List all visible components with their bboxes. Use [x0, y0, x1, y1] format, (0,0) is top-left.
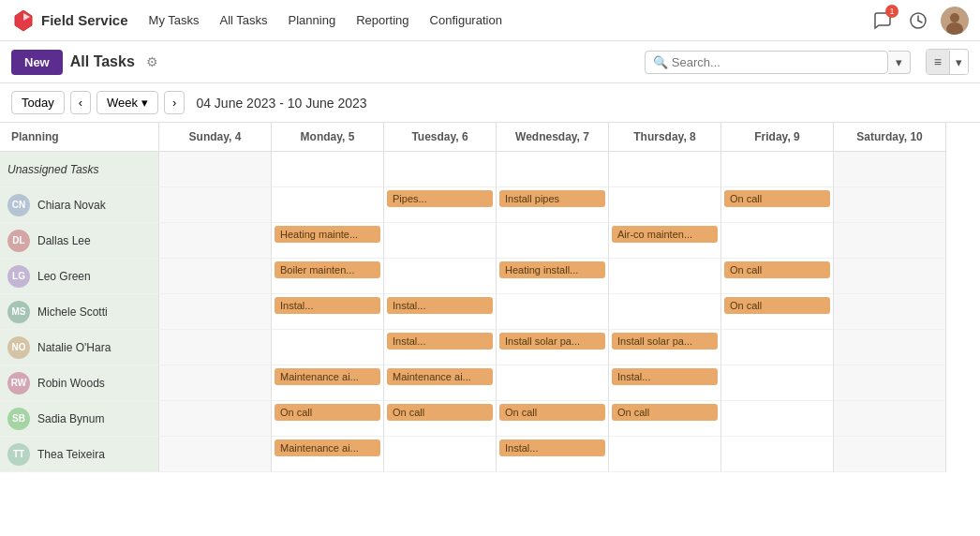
cell-sadia-day3: On call: [497, 401, 609, 437]
cell-dallas-day6: [834, 223, 946, 259]
row-label-natalie: NONatalie O'Hara: [0, 330, 159, 365]
cell-leo-day0: [159, 259, 272, 294]
task-chip[interactable]: Maintenance ai...: [387, 368, 493, 385]
task-chip[interactable]: Instal...: [499, 439, 605, 456]
today-button[interactable]: Today: [11, 91, 65, 114]
cell-unassigned-day2: [384, 152, 497, 187]
notifications-button[interactable]: 1: [869, 7, 896, 34]
cell-natalie-day4: Install solar pa...: [609, 330, 721, 365]
row-label-dallas: DLDallas Lee: [0, 223, 159, 259]
task-chip[interactable]: Maintenance ai...: [275, 368, 380, 385]
row-label-leo: LGLeo Green: [0, 259, 159, 294]
col-header-3: Tuesday, 6: [384, 123, 497, 152]
task-chip[interactable]: Instal...: [612, 368, 718, 385]
task-chip[interactable]: Air-co mainten...: [612, 226, 718, 243]
cell-dallas-day0: [159, 223, 272, 259]
task-chip[interactable]: Instal...: [387, 297, 493, 314]
task-chip[interactable]: Boiler mainten...: [275, 261, 380, 278]
cell-chiara-day6: [834, 187, 946, 223]
task-chip[interactable]: Install solar pa...: [499, 333, 605, 350]
task-chip[interactable]: On call: [612, 404, 718, 421]
calendar-grid-wrapper: PlanningSunday, 4Monday, 5Tuesday, 6Wedn…: [0, 123, 980, 472]
view-switcher: ≡ ▾: [926, 49, 969, 75]
week-dropdown-icon: ▾: [141, 96, 148, 110]
task-chip[interactable]: Heating install...: [499, 261, 605, 278]
cell-robin-day3: [497, 365, 609, 401]
nav-all-tasks[interactable]: All Tasks: [211, 9, 277, 31]
logo-icon: [11, 8, 36, 33]
cell-natalie-day2: Instal...: [384, 330, 497, 365]
person-name-michele: Michele Scotti: [37, 305, 108, 319]
week-button[interactable]: Week ▾: [97, 91, 158, 114]
settings-icon[interactable]: ⚙: [146, 54, 158, 69]
notification-badge: 1: [885, 5, 898, 18]
prev-button[interactable]: ‹: [70, 91, 91, 114]
task-chip[interactable]: Install solar pa...: [612, 333, 718, 350]
task-chip[interactable]: On call: [724, 297, 830, 314]
cell-thea-day2: [384, 437, 497, 472]
row-label-chiara: CNChiara Novak: [0, 187, 159, 223]
task-chip[interactable]: Instal...: [275, 297, 380, 314]
col-header-6: Friday, 9: [721, 123, 834, 152]
new-button[interactable]: New: [11, 50, 63, 75]
cell-unassigned-day5: [721, 152, 834, 187]
date-navigation: Today ‹ Week ▾ › 04 June 2023 - 10 June …: [0, 83, 980, 123]
cell-michele-day5: On call: [721, 294, 834, 330]
task-chip[interactable]: On call: [724, 261, 830, 278]
cell-natalie-day5: [721, 330, 834, 365]
view-dropdown-button[interactable]: ▾: [949, 51, 968, 74]
app-logo[interactable]: Field Service: [11, 8, 128, 33]
clock-button[interactable]: [905, 7, 931, 34]
task-chip[interactable]: Install pipes: [499, 190, 605, 207]
person-name-sadia: Sadia Bynum: [37, 412, 104, 425]
task-chip[interactable]: Heating mainte...: [275, 226, 380, 243]
nav-planning[interactable]: Planning: [279, 9, 346, 31]
task-chip[interactable]: Instal...: [387, 333, 493, 350]
nav-reporting[interactable]: Reporting: [347, 9, 418, 31]
row-label-thea: TTThea Teixeira: [0, 437, 159, 472]
cell-robin-day2: Maintenance ai...: [384, 365, 497, 401]
cell-thea-day4: [609, 437, 721, 472]
col-header-1: Sunday, 4: [159, 123, 272, 152]
cell-chiara-day3: Install pipes: [497, 187, 609, 223]
search-dropdown-button[interactable]: ▾: [888, 51, 911, 74]
cell-dallas-day1: Heating mainte...: [272, 223, 384, 259]
page-title: All Tasks: [70, 53, 135, 70]
col-header-5: Thursday, 8: [609, 123, 721, 152]
task-chip[interactable]: On call: [724, 190, 830, 207]
task-chip[interactable]: Maintenance ai...: [275, 439, 380, 456]
avatar-image: [941, 7, 969, 35]
user-avatar[interactable]: [941, 7, 969, 35]
search-input[interactable]: [672, 55, 880, 69]
cell-michele-day6: [834, 294, 946, 330]
cell-chiara-day5: On call: [721, 187, 834, 223]
cell-chiara-day1: [272, 187, 384, 223]
cell-unassigned-day1: [272, 152, 384, 187]
date-range: 04 June 2023 - 10 June 2023: [196, 96, 366, 111]
cell-michele-day3: [497, 294, 609, 330]
clock-icon: [909, 11, 928, 30]
task-chip[interactable]: On call: [499, 404, 605, 421]
cell-michele-day2: Instal...: [384, 294, 497, 330]
cell-thea-day6: [834, 437, 946, 472]
cell-natalie-day0: [159, 330, 272, 365]
avatar-natalie: NO: [7, 336, 30, 359]
list-view-button[interactable]: ≡: [927, 50, 949, 74]
cell-dallas-day2: [384, 223, 497, 259]
cell-leo-day3: Heating install...: [497, 259, 609, 294]
avatar-sadia: SB: [7, 408, 30, 430]
task-chip[interactable]: Pipes...: [387, 190, 493, 207]
avatar-thea: TT: [7, 443, 30, 466]
row-label-unassigned: Unassigned Tasks: [0, 152, 159, 187]
nav-my-tasks[interactable]: My Tasks: [140, 9, 209, 31]
search-bar[interactable]: 🔍: [645, 51, 888, 74]
cell-sadia-day4: On call: [609, 401, 721, 437]
task-chip[interactable]: On call: [275, 404, 380, 421]
cell-thea-day1: Maintenance ai...: [272, 437, 384, 472]
person-name-thea: Thea Teixeira: [37, 448, 105, 461]
cell-thea-day3: Instal...: [497, 437, 609, 472]
task-chip[interactable]: On call: [387, 404, 493, 421]
cell-leo-day2: [384, 259, 497, 294]
next-button[interactable]: ›: [164, 91, 185, 114]
nav-configuration[interactable]: Configuration: [421, 9, 512, 31]
